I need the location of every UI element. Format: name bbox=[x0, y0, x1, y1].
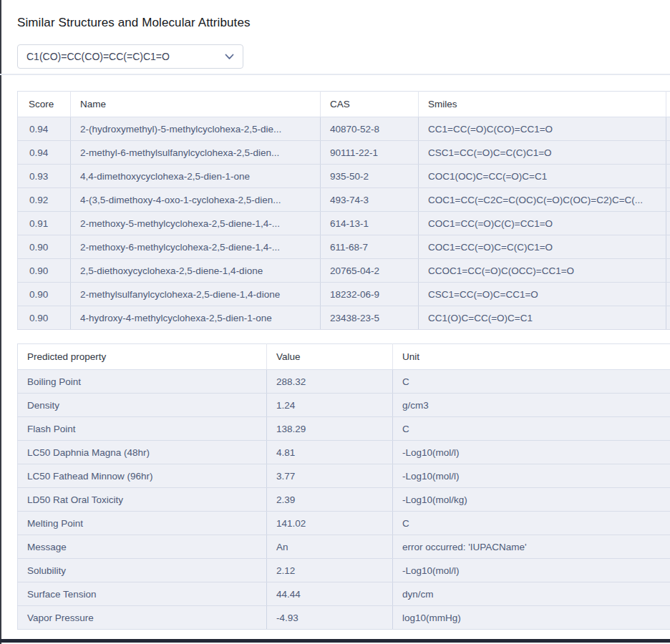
unit-cell: -Log10(mol/l) bbox=[393, 464, 670, 488]
value-cell: -4.93 bbox=[267, 606, 393, 630]
filler-cell bbox=[666, 259, 670, 283]
unit-cell: -Log10(mol/kg) bbox=[393, 488, 670, 512]
score-cell: 0.90 bbox=[18, 283, 71, 306]
score-cell: 0.90 bbox=[18, 306, 71, 330]
name-cell: 2-methylsulfanylcyclohexa-2,5-diene-1,4-… bbox=[71, 283, 321, 306]
table-row: 0.942-(hydroxymethyl)-5-methylcyclohexa-… bbox=[18, 117, 670, 141]
name-cell: 2-(hydroxymethyl)-5-methylcyclohexa-2,5-… bbox=[71, 117, 321, 141]
column-header-name: Name bbox=[71, 92, 321, 117]
score-cell: 0.90 bbox=[18, 235, 71, 259]
table-row: LC50 Fathead Minnow (96hr)3.77-Log10(mol… bbox=[18, 464, 670, 488]
name-cell: 2-methoxy-5-methylcyclohexa-2,5-diene-1,… bbox=[71, 212, 321, 235]
name-cell: 2,5-diethoxycyclohexa-2,5-diene-1,4-dion… bbox=[71, 259, 321, 283]
property-cell: LC50 Daphnia Magna (48hr) bbox=[18, 441, 267, 464]
unit-cell: error occurred: 'IUPACName' bbox=[393, 535, 670, 559]
value-cell: 4.81 bbox=[267, 441, 393, 464]
value-cell: 1.24 bbox=[267, 394, 393, 417]
property-cell: Boiling Point bbox=[18, 370, 267, 394]
section-divider bbox=[0, 74, 670, 75]
value-cell: 138.29 bbox=[267, 417, 393, 441]
table-row: Vapor Pressure-4.93log10(mmHg) bbox=[18, 606, 670, 630]
value-cell: An bbox=[267, 535, 393, 559]
value-cell: 141.02 bbox=[267, 512, 393, 535]
unit-cell: -Log10(mol/l) bbox=[393, 441, 670, 464]
filler-cell bbox=[666, 235, 670, 259]
score-cell: 0.94 bbox=[18, 117, 71, 141]
table-row: Surface Tension44.44dyn/cm bbox=[18, 582, 670, 606]
table-row: 0.902-methoxy-6-methylcyclohexa-2,5-dien… bbox=[18, 235, 670, 259]
cas-cell: 611-68-7 bbox=[321, 235, 419, 259]
table-row: Boiling Point288.32C bbox=[18, 370, 670, 394]
unit-cell: C bbox=[393, 512, 670, 535]
smiles-cell: COC1=CC(=O)C=C(C)C1=O bbox=[419, 235, 666, 259]
cas-cell: 935-50-2 bbox=[321, 165, 419, 188]
value-cell: 288.32 bbox=[267, 370, 393, 394]
property-cell: Melting Point bbox=[18, 512, 267, 535]
property-cell: Solubility bbox=[18, 559, 267, 582]
score-cell: 0.92 bbox=[18, 188, 71, 212]
smiles-select-value: C1(CO)=CC(CO)=CC(=C)C1=O bbox=[26, 51, 170, 62]
table-row: MessageAnerror occurred: 'IUPACName' bbox=[18, 535, 670, 559]
cas-cell: 20765-04-2 bbox=[321, 259, 419, 283]
table-row: Melting Point141.02C bbox=[18, 512, 670, 535]
column-header-score: Score bbox=[18, 92, 71, 117]
unit-cell: C bbox=[393, 417, 670, 441]
filler-cell bbox=[666, 306, 670, 330]
score-cell: 0.91 bbox=[18, 212, 71, 235]
filler-cell bbox=[666, 212, 670, 235]
chevron-down-icon bbox=[225, 54, 234, 60]
property-cell: Message bbox=[18, 535, 267, 559]
property-cell: Surface Tension bbox=[18, 582, 267, 606]
unit-cell: log10(mmHg) bbox=[393, 606, 670, 630]
table-row: 0.924-(3,5-dimethoxy-4-oxo-1-cyclohexa-2… bbox=[18, 188, 670, 212]
column-header-smiles: Smiles bbox=[419, 92, 666, 117]
name-cell: 4,4-dimethoxycyclohexa-2,5-dien-1-one bbox=[71, 165, 321, 188]
column-header-value: Value bbox=[267, 344, 393, 370]
filler-cell bbox=[666, 283, 670, 306]
score-cell: 0.93 bbox=[18, 165, 71, 188]
table-row: 0.904-hydroxy-4-methylcyclohexa-2,5-dien… bbox=[18, 306, 670, 330]
unit-cell: g/cm3 bbox=[393, 394, 670, 417]
smiles-cell: CSC1=CC(=O)C=C(C)C1=O bbox=[419, 141, 666, 165]
table-row: Density1.24g/cm3 bbox=[18, 394, 670, 417]
smiles-cell: CCOC1=CC(=O)C(OCC)=CC1=O bbox=[419, 259, 666, 283]
table-row: 0.942-methyl-6-methylsulfanylcyclohexa-2… bbox=[18, 141, 670, 165]
filler-cell bbox=[666, 117, 670, 141]
table-row: Flash Point138.29C bbox=[18, 417, 670, 441]
cas-cell: 23438-23-5 bbox=[321, 306, 419, 330]
table-row: Solubility2.12-Log10(mol/l) bbox=[18, 559, 670, 582]
cas-cell: 18232-06-9 bbox=[321, 283, 419, 306]
cas-cell: 40870-52-8 bbox=[321, 117, 419, 141]
window-left-border bbox=[0, 0, 1, 644]
table-row: LD50 Rat Oral Toxicity2.39-Log10(mol/kg) bbox=[18, 488, 670, 512]
similar-table-body: 0.942-(hydroxymethyl)-5-methylcyclohexa-… bbox=[18, 117, 670, 330]
property-cell: Flash Point bbox=[18, 417, 267, 441]
smiles-cell: COC1=CC(=C2C=C(OC)C(=O)C(OC)=C2)C=C(... bbox=[419, 188, 666, 212]
value-cell: 2.39 bbox=[267, 488, 393, 512]
value-cell: 2.12 bbox=[267, 559, 393, 582]
column-header-filler bbox=[666, 92, 670, 117]
property-cell: LC50 Fathead Minnow (96hr) bbox=[18, 464, 267, 488]
table-row: 0.902,5-diethoxycyclohexa-2,5-diene-1,4-… bbox=[18, 259, 670, 283]
cas-cell: 614-13-1 bbox=[321, 212, 419, 235]
properties-table-header-row: Predicted property Value Unit bbox=[18, 344, 670, 370]
bottom-bar bbox=[0, 639, 670, 643]
table-row: 0.912-methoxy-5-methylcyclohexa-2,5-dien… bbox=[18, 212, 670, 235]
name-cell: 4-(3,5-dimethoxy-4-oxo-1-cyclohexa-2,5-d… bbox=[71, 188, 321, 212]
column-header-cas: CAS bbox=[321, 92, 419, 117]
column-header-unit: Unit bbox=[393, 344, 670, 370]
properties-table-body: Boiling Point288.32CDensity1.24g/cm3Flas… bbox=[18, 370, 670, 630]
smiles-cell: COC1(OC)C=CC(=O)C=C1 bbox=[419, 165, 666, 188]
similar-table-header-row: Score Name CAS Smiles bbox=[18, 92, 670, 117]
value-cell: 3.77 bbox=[267, 464, 393, 488]
page-title: Similar Structures and Molecular Attribu… bbox=[17, 16, 251, 30]
predicted-properties-table: Predicted property Value Unit Boiling Po… bbox=[17, 343, 670, 630]
filler-cell bbox=[666, 165, 670, 188]
similar-structures-table: Score Name CAS Smiles 0.942-(hydroxymeth… bbox=[17, 91, 670, 330]
name-cell: 4-hydroxy-4-methylcyclohexa-2,5-dien-1-o… bbox=[71, 306, 321, 330]
value-cell: 44.44 bbox=[267, 582, 393, 606]
smiles-select[interactable]: C1(CO)=CC(CO)=CC(=C)C1=O bbox=[17, 44, 243, 69]
score-cell: 0.90 bbox=[18, 259, 71, 283]
unit-cell: -Log10(mol/l) bbox=[393, 559, 670, 582]
table-row: LC50 Daphnia Magna (48hr)4.81-Log10(mol/… bbox=[18, 441, 670, 464]
